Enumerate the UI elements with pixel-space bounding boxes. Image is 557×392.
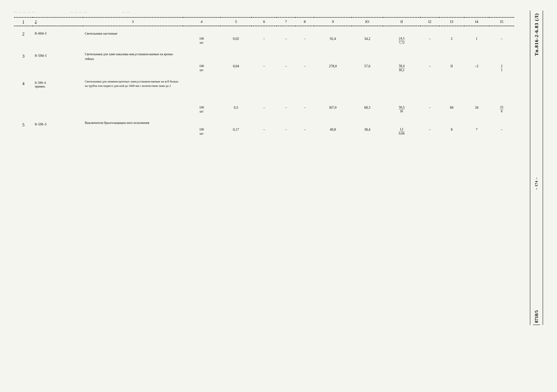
row3-col9: I67,0	[314, 76, 352, 117]
side-label-middle: – I74 –	[534, 175, 539, 191]
row2-code: 8–594–I	[33, 48, 83, 76]
row1-col6: –	[252, 26, 277, 48]
row2-num: 3	[14, 48, 33, 76]
main-content: — — — — — — — — — — — I 2 3 4 5 6 7 8 9 …	[14, 10, 528, 325]
row1-col13: 2	[439, 26, 464, 48]
row2-col5: 0,04	[220, 48, 252, 76]
row3-col12: –	[420, 76, 439, 117]
header-col-15: I5	[489, 17, 514, 26]
table-row: 2 8–604–I Светильники настенные 100 шт 0…	[14, 26, 514, 48]
row1-col9: 92,4	[314, 26, 352, 48]
row2-col12: –	[420, 48, 439, 76]
row4-col8: –	[295, 117, 314, 139]
row1-col10: 34,2	[352, 26, 383, 48]
row4-unit: 100 шт	[183, 117, 221, 139]
table-header: I 2 3 4 5 6 7 8 9 IO II I2 I3 I4 I5	[14, 17, 514, 26]
row3-col13: 84	[439, 76, 464, 117]
row3-col8: –	[295, 76, 314, 117]
row4-col9: 49,8	[314, 117, 352, 139]
row2-col10: 57,6	[352, 48, 383, 76]
row1-col12: –	[420, 26, 439, 48]
header-col-11: II	[383, 17, 420, 26]
row1-col14: I	[464, 26, 489, 48]
row2-col13: II	[439, 48, 464, 76]
row4-col15: –	[489, 117, 514, 139]
row2-col8: –	[295, 48, 314, 76]
row3-col7: –	[277, 76, 295, 117]
table-row: 4 8–599–4 примен. Светильники для люмине…	[14, 76, 514, 117]
table-row: 3 8–594–I Светильники для ламп накалива-…	[14, 48, 514, 76]
side-label-top: Тп.816-2-6.83 (Л)	[533, 10, 540, 58]
row3-col5: 0,5	[220, 76, 252, 117]
row3-col11: 50,5 I6	[383, 76, 420, 117]
row4-col7: –	[277, 117, 295, 139]
row4-col10: 38,4	[352, 117, 383, 139]
row4-col12: –	[420, 117, 439, 139]
header-col-2: 2	[33, 17, 83, 26]
row4-col13: 8	[439, 117, 464, 139]
header-col-1: I	[14, 17, 33, 26]
row1-col15: –	[489, 26, 514, 48]
row4-code: 8–59I–3	[33, 117, 83, 139]
row2-col15: 2 I	[489, 48, 514, 76]
table-row: 5 8–59I–3 Выключатели брызгозащищен-ного…	[14, 117, 514, 139]
row4-col11: I,I 0,06	[383, 117, 420, 139]
header-col-7: 7	[277, 17, 295, 26]
row1-col11: 24,5 7,72	[383, 26, 420, 48]
row2-col7: –	[277, 48, 295, 76]
row2-desc: Светильники для ламп накалива-ния,устана…	[83, 48, 183, 76]
header-col-5: 5	[220, 17, 252, 26]
row3-code: 8–599–4 примен.	[33, 76, 83, 117]
header-col-3: 3	[83, 17, 183, 26]
row3-unit: 100 шт	[183, 76, 221, 117]
row2-col6: –	[252, 48, 277, 76]
right-sidebar: Тп.816-2-6.83 (Л) – I74 – 8718/5	[530, 10, 543, 325]
row1-desc: Светильники настенные	[83, 26, 183, 48]
row3-col14: 34	[464, 76, 489, 117]
row4-col14: 7	[464, 117, 489, 139]
row4-num: 5	[14, 117, 33, 139]
row1-unit: 100 шт	[183, 26, 221, 48]
header-col-14: I4	[464, 17, 489, 26]
row2-col11: 58,4 I8,2	[383, 48, 420, 76]
row3-num: 4	[14, 76, 33, 117]
row4-desc: Выключатели брызгозащищен-ного исполнени…	[83, 117, 183, 139]
row3-col10: 68,3	[352, 76, 383, 117]
row3-col15: 25 8	[489, 76, 514, 117]
row1-col8: –	[295, 26, 314, 48]
row1-num: 2	[14, 26, 33, 48]
header-col-6: 6	[252, 17, 277, 26]
row1-code: 8–604–I	[33, 26, 83, 48]
row4-col5: 0,17	[220, 117, 252, 139]
row2-col9: 278,0	[314, 48, 352, 76]
row1-col5: 0,02	[220, 26, 252, 48]
side-label-bottom: 8718/5	[533, 309, 540, 325]
header-col-8: 8	[295, 17, 314, 26]
top-decoration: — — — — — — — — — — —	[14, 10, 528, 14]
header-col-10: IO	[352, 17, 383, 26]
row3-col6: –	[252, 76, 277, 117]
row2-col14: –2	[464, 48, 489, 76]
header-col-12: I2	[420, 17, 439, 26]
header-col-4: 4	[183, 17, 221, 26]
header-col-9: 9	[314, 17, 352, 26]
header-col-13: I3	[439, 17, 464, 26]
row4-col6: –	[252, 117, 277, 139]
row3-desc: Светильники для люминесцентных ламп,уста…	[83, 76, 183, 117]
data-table: I 2 3 4 5 6 7 8 9 IO II I2 I3 I4 I5	[14, 17, 514, 139]
row1-col7: –	[277, 26, 295, 48]
row2-unit: 100 шт	[183, 48, 221, 76]
